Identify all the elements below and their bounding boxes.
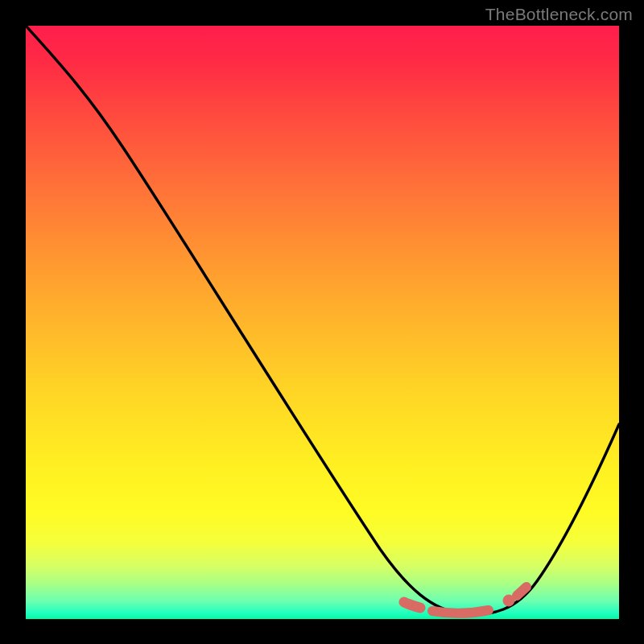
dot-dash-left <box>404 602 420 608</box>
plot-area <box>26 26 619 619</box>
chart-frame: TheBottleneck.com <box>0 0 644 644</box>
dot-dash-right <box>517 587 526 596</box>
dot-dash-mid <box>432 610 489 613</box>
curve-dots-cluster <box>404 587 526 613</box>
bottleneck-curve-path <box>26 26 619 614</box>
bottleneck-curve-svg <box>26 26 619 619</box>
watermark-text: TheBottleneck.com <box>485 5 633 24</box>
